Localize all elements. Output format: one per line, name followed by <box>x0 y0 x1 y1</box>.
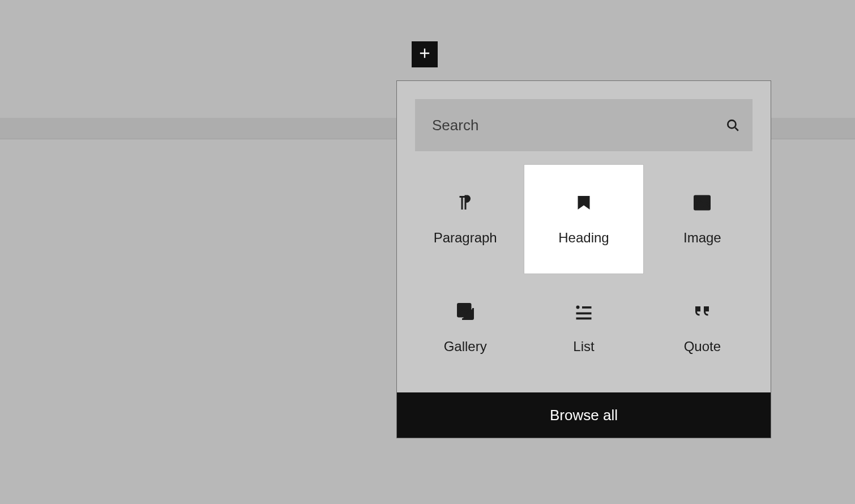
svg-line-1 <box>735 127 738 130</box>
paragraph-icon <box>455 193 476 213</box>
block-paragraph[interactable]: Paragraph <box>406 165 524 274</box>
quote-icon <box>692 301 712 322</box>
browse-all-label: Browse all <box>550 407 618 424</box>
search-input[interactable] <box>415 99 713 151</box>
svg-rect-6 <box>576 313 591 315</box>
block-label: Image <box>683 230 721 246</box>
block-label: Gallery <box>444 339 487 354</box>
block-quote[interactable]: Quote <box>643 274 762 382</box>
block-inserter-popover: Paragraph Heading Image Gallery List <box>396 80 771 438</box>
browse-all-button[interactable]: Browse all <box>397 392 771 438</box>
gallery-icon <box>455 301 476 322</box>
block-label: List <box>573 339 594 354</box>
plus-icon <box>417 45 433 63</box>
block-label: Paragraph <box>434 230 497 246</box>
search-icon <box>713 99 753 151</box>
block-heading[interactable]: Heading <box>524 165 643 274</box>
block-list[interactable]: List <box>524 274 643 382</box>
block-image[interactable]: Image <box>643 165 762 274</box>
svg-point-0 <box>728 120 736 128</box>
svg-rect-7 <box>576 318 591 320</box>
block-label: Quote <box>684 339 721 354</box>
svg-rect-5 <box>582 306 592 309</box>
image-icon <box>692 193 712 213</box>
search-container <box>397 81 771 165</box>
svg-point-4 <box>576 306 579 309</box>
add-block-button[interactable] <box>412 41 438 67</box>
list-icon <box>574 301 594 322</box>
blocks-grid: Paragraph Heading Image Gallery List <box>397 165 771 392</box>
search-field-wrapper <box>415 99 753 151</box>
heading-icon <box>574 193 594 213</box>
block-label: Heading <box>558 230 609 246</box>
block-gallery[interactable]: Gallery <box>406 274 524 382</box>
